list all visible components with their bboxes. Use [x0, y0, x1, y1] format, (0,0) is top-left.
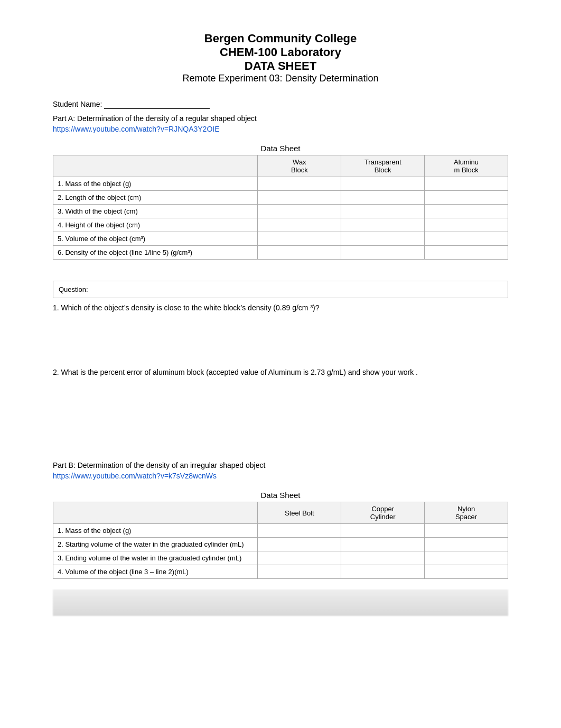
- table-row: 4. Volume of the object (line 3 – line 2…: [53, 565, 508, 579]
- page-header: Bergen Community College CHEM-100 Labora…: [53, 32, 508, 84]
- question-2-work-area: [53, 387, 508, 429]
- row-label-a-5: 5. Volume of the object (cm³): [53, 232, 258, 246]
- cell-b-1-2[interactable]: [341, 524, 425, 538]
- part-b-label: Part B: Determination of the density of …: [53, 461, 508, 469]
- part-b-link[interactable]: https://www.youtube.com/watch?v=k7sVz8wc…: [53, 472, 508, 480]
- row-label-a-3: 3. Width of the object (cm): [53, 205, 258, 218]
- cell-b-3-3[interactable]: [425, 551, 508, 565]
- table-row: 5. Volume of the object (cm³): [53, 232, 508, 246]
- col-header-blank: [53, 155, 258, 177]
- cell-a-5-3[interactable]: [425, 232, 508, 246]
- table-row: 4. Height of the object (cm): [53, 218, 508, 232]
- cell-a-3-1[interactable]: [258, 205, 341, 218]
- college-name: Bergen Community College: [53, 32, 508, 45]
- cell-a-4-3[interactable]: [425, 218, 508, 232]
- cell-b-2-3[interactable]: [425, 538, 508, 551]
- row-label-b-3: 3. Ending volume of the water in the gra…: [53, 551, 258, 565]
- question-label: Question:: [59, 285, 502, 293]
- data-table-a: WaxBlock TransparentBlock Aluminum Block…: [53, 155, 508, 260]
- table-b-container: Steel Bolt CopperCylinder NylonSpacer 1.…: [53, 502, 508, 579]
- data-table-b: Steel Bolt CopperCylinder NylonSpacer 1.…: [53, 502, 508, 579]
- table-row: 2. Starting volume of the water in the g…: [53, 538, 508, 551]
- cell-a-1-3[interactable]: [425, 177, 508, 191]
- experiment-title: Remote Experiment 03: Density Determinat…: [53, 73, 508, 84]
- cell-a-5-2[interactable]: [341, 232, 425, 246]
- cell-a-2-3[interactable]: [425, 191, 508, 205]
- part-a-link[interactable]: https://www.youtube.com/watch?v=RJNQA3Y2…: [53, 125, 508, 133]
- question-2-text: 2. What is the percent error of aluminum…: [53, 368, 508, 376]
- cell-b-4-2[interactable]: [341, 565, 425, 579]
- cell-a-1-1[interactable]: [258, 177, 341, 191]
- table-row: 2. Length of the object (cm): [53, 191, 508, 205]
- cell-b-3-2[interactable]: [341, 551, 425, 565]
- question-1-text: 1. Which of the object’s density is clos…: [53, 303, 508, 312]
- row-label-a-6: 6. Density of the object (line 1/line 5)…: [53, 246, 258, 260]
- cell-b-2-2[interactable]: [341, 538, 425, 551]
- table-row: 1. Mass of the object (g): [53, 177, 508, 191]
- cell-a-6-2[interactable]: [341, 246, 425, 260]
- col-header-aluminum: Aluminum Block: [425, 155, 508, 177]
- table-a-container: WaxBlock TransparentBlock Aluminum Block…: [53, 155, 508, 260]
- col-b-header-steel: Steel Bolt: [258, 502, 341, 524]
- course-name: CHEM-100 Laboratory: [53, 45, 508, 59]
- col-header-wax: WaxBlock: [258, 155, 341, 177]
- cell-a-6-1[interactable]: [258, 246, 341, 260]
- col-header-transparent: TransparentBlock: [341, 155, 425, 177]
- cell-b-3-1[interactable]: [258, 551, 341, 565]
- cell-a-3-3[interactable]: [425, 205, 508, 218]
- question-box: Question:: [53, 281, 508, 298]
- cell-b-1-1[interactable]: [258, 524, 341, 538]
- col-b-header-copper: CopperCylinder: [341, 502, 425, 524]
- row-label-a-1: 1. Mass of the object (g): [53, 177, 258, 191]
- student-name-label: Student Name:: [53, 100, 102, 108]
- table-row: 3. Ending volume of the water in the gra…: [53, 551, 508, 565]
- table-row: 6. Density of the object (line 1/line 5)…: [53, 246, 508, 260]
- question-section: Question: 1. Which of the object’s densi…: [53, 281, 508, 429]
- row-label-b-1: 1. Mass of the object (g): [53, 524, 258, 538]
- col-b-header-blank: [53, 502, 258, 524]
- blurred-footer: [53, 589, 508, 616]
- cell-b-4-3[interactable]: [425, 565, 508, 579]
- cell-b-1-3[interactable]: [425, 524, 508, 538]
- cell-a-2-2[interactable]: [341, 191, 425, 205]
- sheet-type: DATA SHEET: [53, 59, 508, 73]
- cell-a-5-1[interactable]: [258, 232, 341, 246]
- row-label-a-2: 2. Length of the object (cm): [53, 191, 258, 205]
- cell-a-1-2[interactable]: [341, 177, 425, 191]
- student-name-row: Student Name:: [53, 100, 508, 109]
- cell-b-4-1[interactable]: [258, 565, 341, 579]
- question-1-work-area: [53, 322, 508, 365]
- row-label-a-4: 4. Height of the object (cm): [53, 218, 258, 232]
- row-label-b-4: 4. Volume of the object (line 3 – line 2…: [53, 565, 258, 579]
- student-name-underline[interactable]: [104, 100, 210, 109]
- row-label-b-2: 2. Starting volume of the water in the g…: [53, 538, 258, 551]
- table-row: 3. Width of the object (cm): [53, 205, 508, 218]
- part-b-section: Part B: Determination of the density of …: [53, 461, 508, 579]
- table-row: 1. Mass of the object (g): [53, 524, 508, 538]
- cell-b-2-1[interactable]: [258, 538, 341, 551]
- cell-a-4-2[interactable]: [341, 218, 425, 232]
- col-b-header-nylon: NylonSpacer: [425, 502, 508, 524]
- cell-a-4-1[interactable]: [258, 218, 341, 232]
- part-a-label: Part A: Determination of the density of …: [53, 114, 508, 123]
- data-sheet-b-title: Data Sheet: [53, 491, 508, 500]
- cell-a-2-1[interactable]: [258, 191, 341, 205]
- cell-a-3-2[interactable]: [341, 205, 425, 218]
- cell-a-6-3[interactable]: [425, 246, 508, 260]
- data-sheet-a-title: Data Sheet: [53, 144, 508, 153]
